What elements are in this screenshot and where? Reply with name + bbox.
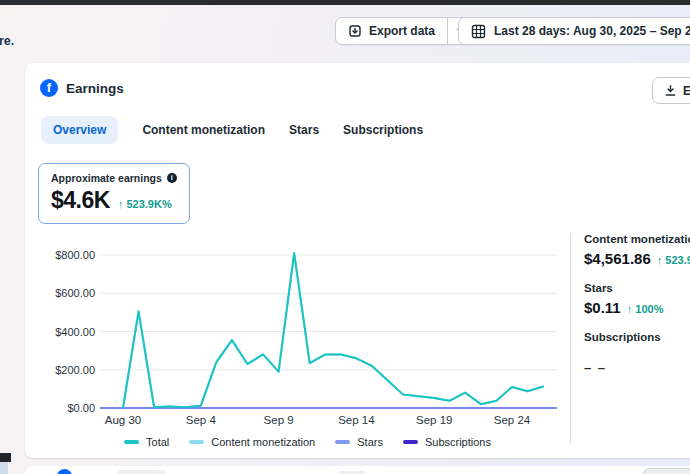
info-icon[interactable]: i	[167, 173, 177, 183]
approximate-earnings-delta: ↑ 523.9K%	[118, 198, 172, 210]
stat-label: Stars	[584, 282, 690, 294]
window-top-bar	[0, 0, 690, 5]
legend-swatch-icon	[335, 440, 350, 444]
export-button[interactable]: Export	[652, 77, 690, 104]
stat-value: $4,561.86	[584, 250, 651, 267]
x-axis-tick-label: Sep 24	[494, 414, 531, 426]
legend-label: Content monetization	[211, 436, 315, 448]
earnings-panel: f Earnings Export Overview Content monet…	[25, 63, 690, 458]
stat-delta: ↑ 523.9K%	[657, 254, 690, 266]
stat-label: Subscriptions	[584, 331, 690, 343]
stats-panel: Content monetization $4,561.86 ↑ 523.9K%…	[584, 233, 690, 390]
legend-swatch-icon	[189, 440, 204, 444]
legend-item-subscriptions[interactable]: Subscriptions	[403, 436, 491, 448]
truncated-link[interactable]: re.	[0, 34, 14, 48]
x-axis-tick-label: Sep 4	[186, 414, 217, 426]
partial-button[interactable]	[643, 468, 690, 474]
x-axis-tick-label: Sep 14	[338, 414, 375, 426]
legend-label: Stars	[357, 436, 383, 448]
legend-swatch-icon	[403, 440, 418, 444]
chart-legend: TotalContent monetizationStarsSubscripti…	[45, 436, 570, 448]
next-section-card	[25, 466, 690, 474]
stat-content-monetization: Content monetization $4,561.86 ↑ 523.9K%	[584, 233, 690, 267]
legend-label: Total	[146, 436, 169, 448]
x-axis-tick-label: Sep 19	[416, 414, 452, 426]
window-edge-fragment	[0, 453, 11, 462]
earnings-chart: $0.00$200.00$400.00$600.00$800.00Aug 30S…	[45, 240, 570, 432]
y-axis-tick-label: $400.00	[55, 326, 95, 338]
legend-label: Subscriptions	[425, 436, 491, 448]
stat-label: Content monetization	[584, 233, 690, 245]
y-axis-tick-label: $800.00	[55, 249, 95, 261]
series-line-content-monetization	[123, 253, 543, 408]
tab-bar: Overview Content monetization Stars Subs…	[41, 116, 423, 144]
export-box-icon	[348, 24, 362, 38]
approximate-earnings-card: Approximate earnings i $4.6K ↑ 523.9K%	[38, 163, 190, 224]
legend-item-total[interactable]: Total	[124, 436, 169, 448]
export-button-label: Export	[683, 84, 690, 98]
stat-value-empty: – –	[584, 360, 607, 375]
export-data-label: Export data	[369, 24, 435, 38]
calendar-grid-icon	[471, 24, 486, 39]
legend-swatch-icon	[124, 440, 139, 444]
y-axis-tick-label: $200.00	[55, 364, 95, 376]
stat-value: $0.11	[584, 299, 621, 316]
date-range-label: Last 28 days: Aug 30, 2025 – Sep 26, 202…	[494, 24, 690, 38]
tab-overview[interactable]: Overview	[41, 116, 118, 144]
y-axis-tick-label: $600.00	[55, 287, 95, 299]
stat-subscriptions: Subscriptions – –	[584, 331, 690, 375]
placeholder-bar	[118, 470, 166, 474]
export-data-button[interactable]: Export data	[336, 18, 447, 44]
screen: { "page": { "cut_link_text": "re." }, "i…	[0, 0, 690, 474]
series-line-total	[123, 253, 543, 408]
date-range-button[interactable]: Last 28 days: Aug 30, 2025 – Sep 26, 202…	[458, 17, 690, 45]
y-axis-tick-label: $0.00	[67, 402, 95, 414]
page-title: Earnings	[66, 81, 124, 96]
stat-stars: Stars $0.11 ↑ 100%	[584, 282, 690, 316]
approximate-earnings-value: $4.6K	[51, 187, 110, 214]
legend-item-stars[interactable]: Stars	[335, 436, 383, 448]
export-data-split-button: Export data	[335, 17, 475, 45]
stat-delta: ↑ 100%	[627, 303, 664, 315]
download-icon	[664, 84, 677, 97]
tab-subscriptions[interactable]: Subscriptions	[343, 116, 423, 144]
facebook-logo-icon	[57, 469, 72, 474]
x-axis-tick-label: Aug 30	[105, 414, 141, 426]
tab-content-monetization[interactable]: Content monetization	[142, 116, 265, 144]
x-axis-tick-label: Sep 9	[264, 414, 294, 426]
facebook-logo-icon: f	[40, 79, 58, 97]
approximate-earnings-label: Approximate earnings	[51, 172, 162, 184]
legend-item-content-monetization[interactable]: Content monetization	[189, 436, 315, 448]
stats-divider	[570, 233, 571, 444]
window-edge-fragment	[0, 462, 8, 474]
tab-stars[interactable]: Stars	[289, 116, 319, 144]
